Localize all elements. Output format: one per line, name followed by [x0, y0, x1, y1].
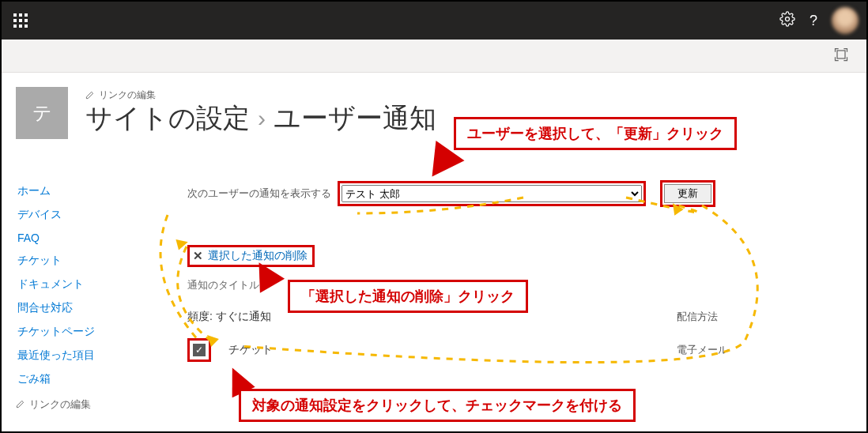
- update-button[interactable]: 更新: [664, 184, 711, 203]
- close-icon: ✕: [193, 249, 203, 263]
- row-title[interactable]: チケット: [228, 343, 273, 357]
- annotation-callout-3: 対象の通知設定をクリックして、チェックマークを付ける: [239, 389, 636, 422]
- user-select[interactable]: テスト 太郎: [342, 185, 642, 202]
- nav-home[interactable]: ホーム: [16, 179, 126, 203]
- annotation-callout-2: 「選択した通知の削除」クリック: [288, 280, 528, 313]
- ribbon-bar: [2, 40, 866, 73]
- user-filter-label: 次のユーザーの通知を表示する: [187, 186, 331, 201]
- left-nav: ホーム デバイス FAQ チケット ドキュメント 問合せ対応 チケットページ 最…: [16, 179, 126, 412]
- breadcrumb-separator-icon: ›: [258, 105, 266, 132]
- help-icon[interactable]: ?: [810, 13, 817, 29]
- delete-selected-command[interactable]: ✕ 選択した通知の削除: [187, 245, 315, 267]
- edit-links-bottom-label: リンクの編集: [29, 397, 91, 412]
- breadcrumb-current: ユーザー通知: [274, 100, 436, 137]
- right-column: 配信方法 電子メール: [677, 310, 728, 357]
- nav-device[interactable]: デバイス: [16, 203, 126, 227]
- nav-recycle[interactable]: ごみ箱: [16, 367, 126, 391]
- row-checkbox[interactable]: ✓: [193, 344, 206, 356]
- nav-faq[interactable]: FAQ: [16, 227, 126, 249]
- nav-recent[interactable]: 最近使った項目: [16, 344, 126, 367]
- alert-row[interactable]: ✓ チケット: [187, 338, 851, 362]
- pencil-icon: [85, 89, 94, 100]
- breadcrumb-root[interactable]: サイトの設定: [85, 100, 250, 137]
- user-avatar[interactable]: [832, 7, 859, 34]
- focus-mode-icon[interactable]: [833, 47, 849, 66]
- top-bar: ?: [2, 2, 866, 40]
- nav-document[interactable]: ドキュメント: [16, 273, 126, 296]
- site-tile: テ: [16, 87, 68, 139]
- delete-selected-label: 選択した通知の削除: [208, 249, 308, 263]
- nav-ticket-page[interactable]: チケットページ: [16, 320, 126, 344]
- nav-ticket[interactable]: チケット: [16, 249, 126, 273]
- row-delivery-value: 電子メール: [677, 343, 728, 357]
- annotation-callout-1: ユーザーを選択して、「更新」クリック: [454, 117, 737, 150]
- pencil-icon: [16, 399, 25, 411]
- edit-links-bottom[interactable]: リンクの編集: [16, 397, 126, 412]
- svg-point-0: [785, 17, 789, 21]
- column-header-delivery: 配信方法: [677, 310, 728, 324]
- user-filter-row: 次のユーザーの通知を表示する テスト 太郎 更新: [187, 180, 851, 207]
- svg-rect-1: [837, 51, 845, 58]
- settings-gear-icon[interactable]: [779, 11, 795, 30]
- nav-inquiry[interactable]: 問合せ対応: [16, 296, 126, 320]
- app-launcher-icon[interactable]: [6, 6, 35, 35]
